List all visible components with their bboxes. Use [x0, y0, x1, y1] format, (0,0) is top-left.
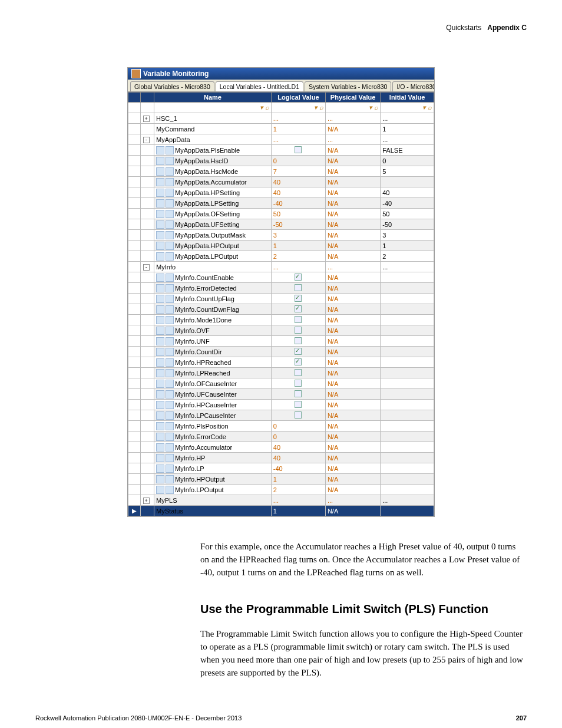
checkbox[interactable]: [295, 327, 302, 334]
col-physical[interactable]: Physical Value: [325, 93, 380, 103]
page-footer: Rockwell Automation Publication 2080-UM0…: [35, 714, 527, 722]
checkbox[interactable]: [295, 380, 302, 387]
checkbox[interactable]: [295, 348, 302, 355]
section-heading: Use the Programmable Limit Switch (PLS) …: [200, 602, 527, 616]
initial-value: ...: [382, 263, 388, 271]
col-name[interactable]: Name: [154, 93, 272, 103]
table-row[interactable]: MyInfo.LPReachedN/A: [128, 368, 434, 378]
initial-value: -40: [382, 200, 392, 207]
physical-value: N/A: [328, 444, 338, 451]
table-row[interactable]: MyInfo.HPReachedN/A: [128, 357, 434, 368]
checkbox[interactable]: [295, 274, 302, 281]
checkbox[interactable]: [295, 146, 302, 153]
table-row[interactable]: MyInfo.CountUpFlagN/A: [128, 294, 434, 304]
checkbox[interactable]: [295, 337, 302, 344]
checkbox[interactable]: [295, 369, 302, 376]
table-row[interactable]: MyInfo.ErrorDetectedN/A: [128, 283, 434, 294]
variable-name: MyInfo.LPOutput: [175, 486, 224, 493]
table-row[interactable]: MyAppData.PlsEnableN/AFALSE: [128, 145, 434, 156]
filter-icon[interactable]: ▾ ⌕: [369, 104, 378, 111]
variable-name: MyAppData.HPOutput: [175, 242, 239, 249]
logical-value: 1: [273, 242, 277, 249]
variable-name: MyInfo.HPOutput: [175, 476, 224, 483]
table-row[interactable]: MyAppData.LPOutput2N/A2: [128, 251, 434, 262]
variable-name: MyAppData.HscMode: [175, 168, 238, 175]
table-row[interactable]: MyInfo.CountDirN/A: [128, 347, 434, 357]
table-row[interactable]: MyAppData.Accumulator40N/A: [128, 177, 434, 187]
table-row[interactable]: MyInfo.HP40N/A: [128, 453, 434, 463]
table-row[interactable]: MyAppData.LPSetting-40N/A-40: [128, 198, 434, 209]
table-row[interactable]: MyAppData.HPSetting40N/A40: [128, 187, 434, 198]
checkbox[interactable]: [295, 305, 302, 312]
table-row[interactable]: MyInfo.LP-40N/A: [128, 463, 434, 474]
checkbox[interactable]: [295, 316, 302, 323]
table-row[interactable]: MyAppData.OutputMask3N/A3: [128, 230, 434, 241]
variable-name: MyInfo.PlsPosition: [175, 423, 228, 430]
tab-1[interactable]: Local Variables - UntitledLD1: [216, 81, 303, 91]
table-row[interactable]: +HSC_1.........: [128, 113, 434, 124]
table-row[interactable]: MyInfo.OFCauseInterN/A: [128, 378, 434, 389]
tab-3[interactable]: I/O - Micro830: [392, 81, 434, 91]
physical-value: N/A: [328, 348, 338, 355]
logical-value: 1: [273, 476, 277, 483]
collapse-icon[interactable]: -: [143, 137, 150, 143]
logical-value: 2: [273, 253, 277, 260]
col-logical[interactable]: Logical Value: [271, 93, 325, 103]
table-row[interactable]: MyInfo.OVFN/A: [128, 325, 434, 336]
checkbox[interactable]: [295, 284, 302, 291]
checkbox[interactable]: [295, 295, 302, 302]
variable-name: HSC_1: [156, 115, 177, 122]
filter-icon[interactable]: ▾ ⌕: [260, 104, 269, 111]
logical-value: -40: [273, 465, 283, 472]
col-initial[interactable]: Initial Value: [381, 93, 434, 103]
table-row[interactable]: MyInfo.CountDwnFlagN/A: [128, 304, 434, 315]
table-row[interactable]: MyAppData.HPOutput1N/A1: [128, 241, 434, 251]
initial-value: 40: [382, 189, 389, 196]
table-row[interactable]: MyInfo.PlsPosition0N/A: [128, 421, 434, 431]
checkbox[interactable]: [295, 390, 302, 397]
filter-icon[interactable]: ▾ ⌕: [314, 104, 323, 111]
table-row[interactable]: MyInfo.ErrorCode0N/A: [128, 431, 434, 442]
table-row[interactable]: -MyAppData.........: [128, 134, 434, 145]
logical-value: 1: [273, 508, 277, 515]
table-row[interactable]: MyInfo.UFCauseInterN/A: [128, 389, 434, 400]
table-row[interactable]: MyAppData.UFSetting-50N/A-50: [128, 219, 434, 230]
table-row[interactable]: +MyPLS.........: [128, 495, 434, 506]
table-row[interactable]: MyInfo.LPCauseInterN/A: [128, 410, 434, 421]
checkbox[interactable]: [295, 411, 302, 419]
filter-icon[interactable]: ▾ ⌕: [422, 104, 432, 111]
table-row[interactable]: MyInfo.UNFN/A: [128, 336, 434, 347]
table-row[interactable]: MyInfo.HPOutput1N/A: [128, 474, 434, 485]
physical-value: N/A: [328, 327, 338, 334]
table-row[interactable]: -MyInfo.........: [128, 262, 434, 272]
collapse-icon[interactable]: -: [143, 264, 150, 271]
variable-name: MyInfo.Mode1Done: [175, 317, 232, 324]
filter-row[interactable]: ▾ ⌕ ▾ ⌕ ▾ ⌕ ▾ ⌕: [128, 103, 434, 113]
checkbox[interactable]: [295, 358, 302, 365]
physical-value: ...: [328, 497, 333, 504]
expand-icon[interactable]: +: [143, 116, 150, 122]
table-row[interactable]: MyAppData.HscID0N/A0: [128, 156, 434, 166]
variable-name: MyInfo.LPCauseInter: [175, 412, 236, 419]
table-row[interactable]: ▶MyStatus1N/A: [128, 506, 434, 516]
table-row[interactable]: MyAppData.HscMode7N/A5: [128, 166, 434, 177]
table-row[interactable]: MyInfo.CountEnableN/A: [128, 272, 434, 283]
footer-page-number: 207: [516, 714, 527, 722]
tab-2[interactable]: System Variables - Micro830: [305, 81, 391, 91]
table-row[interactable]: MyCommand1N/A1: [128, 124, 434, 134]
physical-value: N/A: [328, 221, 338, 228]
table-row[interactable]: MyInfo.Accumulator40N/A: [128, 442, 434, 453]
initial-value: -50: [382, 221, 392, 228]
table-row[interactable]: MyInfo.Mode1DoneN/A: [128, 315, 434, 325]
initial-value: FALSE: [382, 147, 402, 154]
table-row[interactable]: MyInfo.HPCauseInterN/A: [128, 400, 434, 410]
table-row[interactable]: MyInfo.LPOutput2N/A: [128, 485, 434, 495]
table-row[interactable]: MyAppData.OFSetting50N/A50: [128, 209, 434, 219]
checkbox[interactable]: [295, 401, 302, 408]
logical-value: 0: [273, 433, 277, 440]
table-header-row: Name Logical Value Physical Value Initia…: [128, 93, 434, 103]
expand-icon[interactable]: +: [143, 498, 150, 504]
logical-value: -50: [273, 221, 283, 228]
tab-0[interactable]: Global Variables - Micro830: [130, 81, 214, 91]
body-paragraph-1: For this example, once the Accumulator r…: [200, 541, 527, 579]
